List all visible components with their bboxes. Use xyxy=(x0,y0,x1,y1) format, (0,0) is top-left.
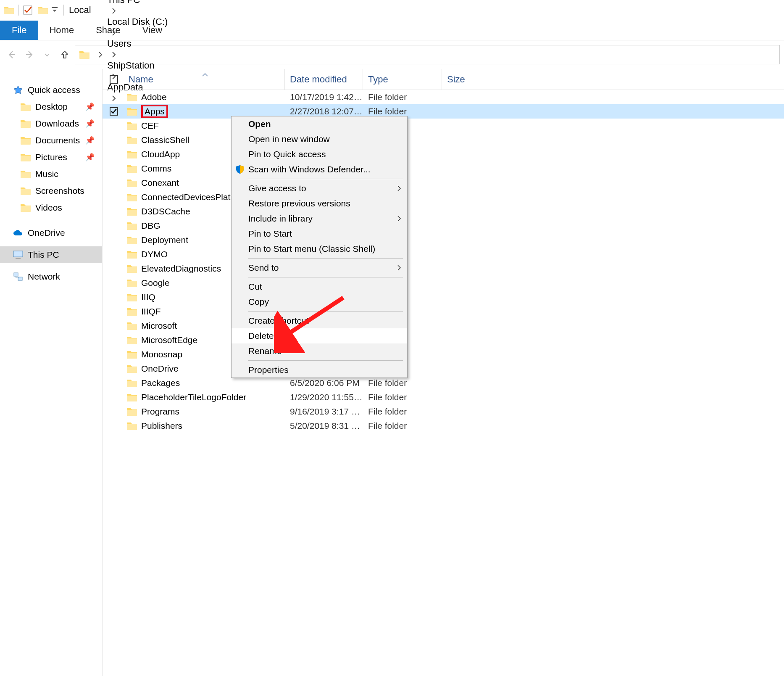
file-name: Deployment xyxy=(141,235,188,245)
file-name: Monosnap xyxy=(141,349,182,359)
sidebar-item-label: Videos xyxy=(35,203,62,213)
back-button[interactable] xyxy=(4,47,19,62)
menu-rename[interactable]: Rename xyxy=(232,343,407,359)
menu-open[interactable]: Open xyxy=(232,116,407,132)
sidebar-network[interactable]: Network xyxy=(0,268,102,285)
file-date: 10/17/2019 1:42 P... xyxy=(285,92,363,102)
breadcrumb-item[interactable]: Users xyxy=(107,38,168,49)
sidebar-item-label: Desktop xyxy=(35,102,68,112)
properties-checkbox-icon[interactable] xyxy=(21,3,35,17)
separator xyxy=(63,5,64,16)
address-bar[interactable]: This PCLocal Disk (C:)UsersShipStationAp… xyxy=(75,45,780,64)
file-row[interactable]: Monosnap xyxy=(103,347,784,362)
file-row[interactable]: Adobe 10/17/2019 1:42 P... File folder xyxy=(103,90,784,104)
file-name: OneDrive xyxy=(141,364,179,374)
folder-icon xyxy=(20,169,31,180)
file-row[interactable]: Microsoft xyxy=(103,319,784,333)
network-icon xyxy=(13,271,24,282)
sidebar-item[interactable]: Music xyxy=(0,166,102,182)
file-row[interactable]: DYMO xyxy=(103,247,784,261)
row-checkbox[interactable] xyxy=(110,107,118,116)
column-name[interactable]: Name xyxy=(125,69,285,90)
sidebar-item[interactable]: Pictures📌 xyxy=(0,149,102,166)
file-row[interactable]: Deployment xyxy=(103,233,784,247)
folder-icon xyxy=(127,222,137,230)
sidebar-item[interactable]: Downloads📌 xyxy=(0,115,102,132)
chevron-right-icon[interactable] xyxy=(111,27,116,38)
svg-rect-1 xyxy=(52,7,58,8)
menu-pin-quick[interactable]: Pin to Quick access xyxy=(232,147,407,162)
file-row[interactable]: ElevatedDiagnostics xyxy=(103,261,784,276)
menu-pin-start-classic[interactable]: Pin to Start menu (Classic Shell) xyxy=(232,241,407,256)
sidebar-item[interactable]: Documents📌 xyxy=(0,132,102,149)
file-row[interactable]: IIIQF xyxy=(103,304,784,319)
file-date: 1/29/2020 11:55 A... xyxy=(285,392,363,402)
menu-include-library[interactable]: Include in library xyxy=(232,211,407,226)
file-row[interactable]: PlaceholderTileLogoFolder 1/29/2020 11:5… xyxy=(103,390,784,404)
sidebar-item[interactable]: Videos xyxy=(0,199,102,216)
file-row[interactable]: CloudApp xyxy=(103,147,784,161)
menu-give-access[interactable]: Give access to xyxy=(232,181,407,196)
breadcrumb-item[interactable]: Local Disk (C:) xyxy=(107,16,168,27)
chevron-right-icon[interactable] xyxy=(98,49,103,60)
context-menu: Open Open in new window Pin to Quick acc… xyxy=(231,116,408,378)
file-row[interactable]: ClassicShell xyxy=(103,133,784,147)
sidebar-item-label: Documents xyxy=(35,135,80,145)
chevron-right-icon[interactable] xyxy=(111,49,116,60)
chevron-right-icon[interactable] xyxy=(111,5,116,16)
forward-button[interactable] xyxy=(22,47,37,62)
file-date: 5/20/2019 8:31 PM xyxy=(285,421,363,431)
file-row[interactable]: OneDrive xyxy=(103,362,784,376)
menu-properties[interactable]: Properties xyxy=(232,362,407,378)
folder-icon xyxy=(127,279,137,287)
up-button[interactable] xyxy=(57,47,72,62)
sidebar-quick-access[interactable]: Quick access xyxy=(0,82,102,98)
file-date: 2/27/2018 12:07 P... xyxy=(285,106,363,116)
sidebar-onedrive[interactable]: OneDrive xyxy=(0,224,102,241)
file-row[interactable]: Apps 2/27/2018 12:07 P... File folder xyxy=(103,104,784,119)
menu-create-shortcut[interactable]: Create shortcut xyxy=(232,313,407,328)
file-name: IIIQ xyxy=(141,292,155,302)
column-size[interactable]: Size xyxy=(442,74,784,85)
file-row[interactable]: ConnectedDevicesPlatform xyxy=(103,190,784,204)
file-row[interactable]: CEF xyxy=(103,119,784,133)
menu-delete[interactable]: Delete xyxy=(232,328,407,343)
file-row[interactable]: Programs 9/16/2019 3:17 PM File folder xyxy=(103,404,784,419)
file-row[interactable]: D3DSCache xyxy=(103,204,784,219)
file-type: File folder xyxy=(363,421,442,431)
menu-send-to[interactable]: Send to xyxy=(232,260,407,275)
tab-home[interactable]: Home xyxy=(38,21,85,40)
menu-divider xyxy=(248,360,403,361)
file-tab[interactable]: File xyxy=(0,21,38,40)
file-name: Microsoft xyxy=(141,321,177,331)
menu-pin-start[interactable]: Pin to Start xyxy=(232,226,407,241)
menu-open-new-window[interactable]: Open in new window xyxy=(232,132,407,147)
file-name: MicrosoftEdge xyxy=(141,335,197,345)
menu-restore[interactable]: Restore previous versions xyxy=(232,196,407,211)
sidebar-item-label: Screenshots xyxy=(35,186,84,196)
file-row[interactable]: MicrosoftEdge xyxy=(103,333,784,347)
menu-copy[interactable]: Copy xyxy=(232,294,407,309)
column-date[interactable]: Date modified xyxy=(285,69,363,90)
file-row[interactable]: Google xyxy=(103,276,784,290)
folder-icon xyxy=(127,322,137,330)
file-row[interactable]: Publishers 5/20/2019 8:31 PM File folder xyxy=(103,419,784,433)
file-row[interactable]: IIIQ xyxy=(103,290,784,304)
file-row[interactable]: Comms xyxy=(103,161,784,176)
sidebar-this-pc[interactable]: This PC xyxy=(0,246,102,263)
menu-cut[interactable]: Cut xyxy=(232,279,407,294)
qa-dropdown-icon[interactable] xyxy=(52,5,58,16)
file-row[interactable]: DBG xyxy=(103,219,784,233)
folder-icon xyxy=(127,422,137,430)
recent-dropdown[interactable] xyxy=(39,47,55,62)
sidebar-item-label: Music xyxy=(35,169,58,179)
file-row[interactable]: Conexant xyxy=(103,176,784,190)
menu-defender[interactable]: Scan with Windows Defender... xyxy=(232,162,407,177)
sidebar-item[interactable]: Desktop📌 xyxy=(0,98,102,115)
breadcrumb-item[interactable]: This PC xyxy=(107,0,168,5)
column-type[interactable]: Type xyxy=(363,69,442,90)
file-row[interactable]: Packages 6/5/2020 6:06 PM File folder xyxy=(103,376,784,390)
file-date: 6/5/2020 6:06 PM xyxy=(285,378,363,388)
sidebar-item[interactable]: Screenshots xyxy=(0,182,102,199)
select-all-checkbox[interactable] xyxy=(110,75,118,84)
